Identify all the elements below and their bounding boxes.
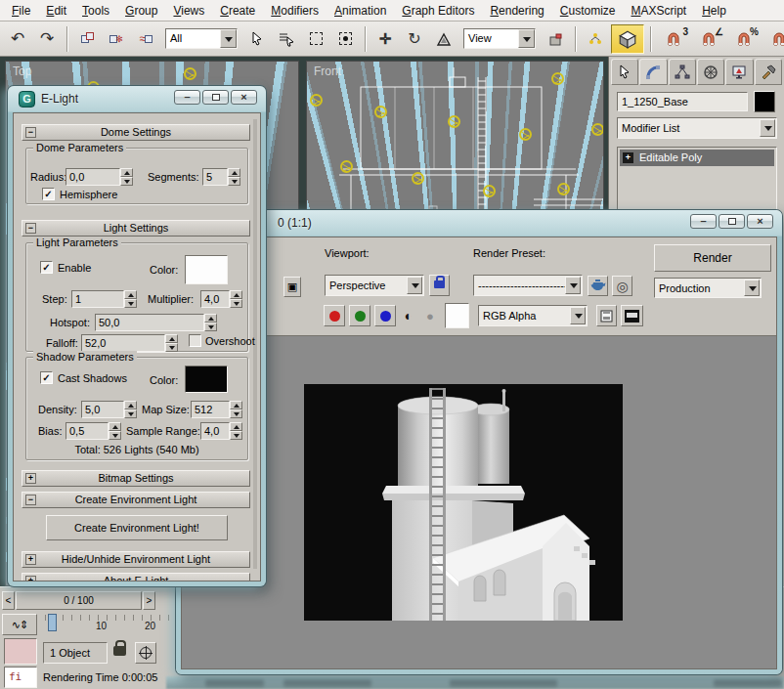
light-gizmo-icon[interactable] [412,172,424,185]
multiplier-spinner[interactable] [230,290,242,308]
minimize-button[interactable]: – [690,214,717,229]
maximize-button[interactable] [719,214,745,229]
layers-icon[interactable] [596,305,617,326]
select-by-name-icon[interactable] [273,25,300,53]
chevron-down-icon[interactable] [518,29,535,48]
undo-icon[interactable]: ↶ [4,25,31,53]
step-field[interactable]: 1 [71,290,124,308]
selection-filter-select[interactable]: All [165,28,238,49]
light-gizmo-icon[interactable] [519,128,532,141]
tab-hierarchy[interactable] [669,59,696,85]
time-slider[interactable]: 0 / 100 [16,591,142,610]
menu-graph-editors[interactable]: Graph Editors [394,1,482,21]
snap-3d-icon[interactable]: 3 [657,25,690,53]
percent-snap-icon[interactable]: % [727,25,761,53]
green-channel-button[interactable] [349,305,370,326]
falloff-spinner[interactable] [165,334,178,352]
light-gizmo-icon[interactable] [340,160,353,173]
light-gizmo-icon[interactable] [448,115,460,128]
light-gizmo-icon[interactable] [184,67,196,80]
select-and-move-icon[interactable]: ✛ [371,25,399,53]
snaps-toggle-button[interactable] [611,24,644,54]
chevron-down-icon[interactable] [407,277,422,294]
selection-lock-icon[interactable] [113,646,126,656]
reference-coordinate-select[interactable]: View [463,28,536,49]
menu-views[interactable]: Views [165,1,212,21]
spinner-snap-icon[interactable]: ↕ [762,25,784,53]
window-crossing-icon[interactable] [331,25,359,53]
environment-button[interactable]: ◎ [612,276,632,296]
cast-shadows-checkbox[interactable]: ✓ [40,371,53,384]
viewport-select[interactable]: Perspective [325,275,424,296]
menu-tools[interactable]: Tools [74,1,117,21]
elight-dialog[interactable]: G E-Light – × −Dome Settings Dome Parame… [8,86,266,586]
sample-range-field[interactable]: 4,0 [200,422,230,440]
tab-create[interactable] [611,59,638,85]
density-field[interactable]: 5,0 [81,401,124,418]
expand-icon[interactable]: + [623,152,633,163]
light-gizmo-icon[interactable] [551,72,564,85]
stack-item-editable-poly[interactable]: + Editable Poly [620,150,774,166]
tab-motion[interactable] [697,59,724,85]
select-and-link-icon[interactable] [73,25,101,53]
elight-titlebar[interactable]: G E-Light – × [8,86,266,112]
segments-field[interactable]: 5 [202,168,228,186]
rollout-hide-unhide[interactable]: +Hide/Unhide Environment Light [22,551,250,568]
render-mode-select[interactable]: Production [654,278,762,298]
next-frame-button[interactable]: > [143,591,155,610]
shadow-color-swatch[interactable] [185,366,228,393]
menu-file[interactable]: File [4,1,38,21]
modifier-list-select[interactable]: Modifier List [617,117,777,139]
menu-group[interactable]: Group [117,1,165,21]
light-gizmo-icon[interactable] [374,106,387,118]
rollout-create-environment-light[interactable]: −Create Environment Light [22,492,250,508]
mapsize-spinner[interactable] [230,401,242,418]
lock-to-viewport-button[interactable] [429,275,450,296]
listener-macro-swatch[interactable] [4,638,37,665]
render-preset-select[interactable]: ------------------------- [473,275,583,296]
object-color-swatch[interactable] [754,91,775,112]
mapsize-field[interactable]: 512 [191,401,230,418]
prev-frame-button[interactable]: < [2,591,15,610]
render-frame-window[interactable]: 0 (1:1) – × ▣ Viewport: Perspective Rend… [176,210,782,674]
rectangular-selection-icon[interactable] [302,25,329,53]
rollout-dome-settings[interactable]: −Dome Settings [22,124,250,141]
bias-spinner[interactable] [109,422,121,440]
menu-edit[interactable]: Edit [38,1,74,21]
select-and-scale-icon[interactable] [430,25,457,53]
object-name-field[interactable]: 1_1250_Base [617,92,748,111]
clone-rendered-frame-icon[interactable]: ▣ [283,277,301,297]
menu-create[interactable]: Create [212,1,263,21]
display-toggle-icon[interactable] [621,305,643,326]
hotspot-field[interactable]: 50,0 [95,314,204,331]
menu-customize[interactable]: Customize [552,1,624,21]
select-and-rotate-icon[interactable]: ↻ [401,25,428,53]
rfw-titlebar[interactable]: 0 (1:1) – × [176,210,782,237]
light-gizmo-icon[interactable] [591,123,604,136]
chevron-down-icon[interactable] [570,307,586,324]
render-button[interactable]: Render [654,244,771,272]
mini-curve-editor-icon[interactable]: ∿⇕ [2,614,37,635]
chevron-down-icon[interactable] [220,29,237,48]
density-spinner[interactable] [124,401,137,418]
enable-checkbox[interactable]: ✓ [40,261,53,274]
chevron-down-icon[interactable] [565,277,581,294]
segments-spinner[interactable] [228,168,240,186]
unlink-selection-icon[interactable]: ✻ [103,25,130,53]
minimize-button[interactable]: – [174,90,200,105]
rollout-light-settings[interactable]: −Light Settings [22,220,250,237]
close-button[interactable]: × [231,90,257,105]
light-gizmo-icon[interactable] [557,183,570,195]
time-marker[interactable] [48,614,57,631]
radius-field[interactable]: 0,0 [65,168,120,186]
light-color-swatch[interactable] [185,255,228,284]
render-setup-button[interactable] [588,276,608,296]
select-and-manipulate-icon[interactable] [582,25,609,53]
light-gizmo-icon[interactable] [483,185,496,197]
hemisphere-checkbox[interactable]: ✓ [42,188,55,200]
tab-modify[interactable] [639,59,667,85]
overshoot-checkbox[interactable] [189,334,201,347]
maximize-button[interactable] [202,90,229,105]
multiplier-field[interactable]: 4,0 [200,290,230,308]
blue-channel-button[interactable] [374,305,396,326]
